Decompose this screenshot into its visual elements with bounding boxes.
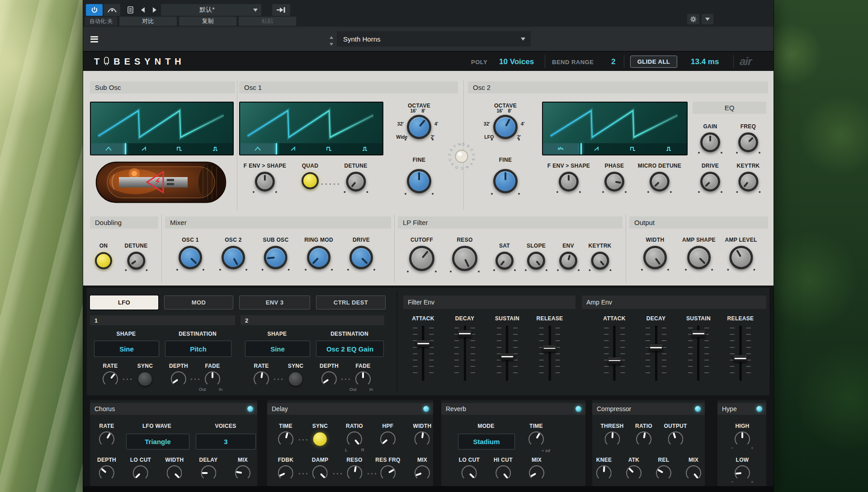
knob-chorus-mix[interactable]: MIX <box>235 457 250 481</box>
knob-lfo2-fade[interactable]: FADE <box>355 363 371 387</box>
knob-reverb-hi-cut[interactable]: HI CUT <box>494 457 513 481</box>
bend-range-value[interactable]: 2 <box>611 57 615 66</box>
power-button[interactable] <box>86 4 103 16</box>
preset-dropdown[interactable]: 默认* <box>161 4 261 16</box>
automation-curve-button[interactable] <box>104 4 120 16</box>
slider-amp-attack[interactable]: ATTACK <box>603 315 625 381</box>
knob-output-width[interactable]: WIDTH <box>643 237 667 269</box>
knob-hype-low[interactable]: LOW <box>735 457 750 481</box>
wave-morph-cursor[interactable] <box>276 143 277 155</box>
knob-osc2-octave[interactable]: OCTAVE16'8'32'4'LFO2' <box>493 103 518 139</box>
knob-osc2-phase[interactable]: PHASE <box>604 163 624 192</box>
settings-dropdown-button[interactable] <box>702 14 713 24</box>
knob-delay-width[interactable]: WIDTH <box>413 423 432 447</box>
osc1-waveform-display[interactable] <box>239 102 383 155</box>
copy-button[interactable]: 复制 <box>179 17 236 26</box>
knob-chorus-width[interactable]: WIDTH <box>165 457 184 481</box>
compressor-enable-led[interactable] <box>695 406 701 412</box>
knob-reverb-lo-cut[interactable]: LO CUT <box>459 457 480 481</box>
lfo2-shape-select[interactable]: Sine <box>245 341 310 357</box>
knob-filter-reso[interactable]: RESO <box>452 237 477 271</box>
knob-mixer-drive[interactable]: DRIVE <box>349 237 373 269</box>
quad-button-lamp[interactable] <box>302 172 319 189</box>
slider-filter-attack[interactable]: ATTACK <box>412 315 434 381</box>
slider-filter-sustain[interactable]: SUSTAIN <box>495 315 519 381</box>
knob-eq-freq[interactable]: FREQ <box>738 123 758 152</box>
knob-lfo2-rate[interactable]: RATE <box>254 363 269 387</box>
osc2-wave-selector[interactable] <box>543 143 687 155</box>
previous-preset-button[interactable] <box>137 4 148 16</box>
slider-amp-release[interactable]: RELEASE <box>727 315 754 381</box>
glide-time-value[interactable]: 13.4 ms <box>691 57 719 66</box>
delay-enable-led[interactable] <box>423 406 429 412</box>
wave-pulse-cell[interactable] <box>347 143 382 155</box>
knob-lfo1-depth[interactable]: DEPTH <box>169 363 188 387</box>
knob-osc1-detune[interactable]: DETUNE <box>344 163 367 192</box>
knob-comp-atk[interactable]: ATK <box>626 457 642 481</box>
tab-mod[interactable]: MOD <box>164 295 233 309</box>
knob-mixer-osc2[interactable]: OSC 2 <box>222 237 245 269</box>
sub-osc-wave-selector[interactable] <box>91 143 233 155</box>
knob-osc2-micro-detune[interactable]: MICRO DETUNE <box>638 163 681 192</box>
preset-spinner-down[interactable] <box>330 39 333 47</box>
tab-lfo[interactable]: LFO <box>90 295 158 309</box>
insert-after-button[interactable] <box>272 4 290 16</box>
knob-delay-hpf[interactable]: HPF <box>380 423 396 447</box>
knob-delay-damp[interactable]: DAMP <box>312 457 329 481</box>
wave-triangle-cell[interactable] <box>240 143 276 155</box>
wave-saw-cell[interactable] <box>127 143 162 155</box>
knob-delay-mix[interactable]: MIX <box>415 457 430 481</box>
lfo1-destination-select[interactable]: Pitch <box>165 341 231 357</box>
next-preset-button[interactable] <box>149 4 160 16</box>
knob-comp-knee[interactable]: KNEE <box>596 457 612 481</box>
knob-lfo1-rate[interactable]: RATE <box>103 363 118 387</box>
lfo2-destination-select[interactable]: Osc 2 EQ Gain <box>316 341 384 357</box>
knob-chorus-lo-cut[interactable]: LO CUT <box>130 457 151 481</box>
doubling-on-button[interactable]: ON <box>95 243 112 269</box>
knob-delay-res-frq[interactable]: RES FRQ <box>375 457 400 481</box>
quad-button[interactable]: QUAD <box>302 163 319 189</box>
chorus-enable-led[interactable] <box>247 406 253 412</box>
osc1-wave-selector[interactable] <box>240 143 382 155</box>
knob-lfo2-depth[interactable]: DEPTH <box>320 363 339 387</box>
knob-delay-ratio[interactable]: RATIO <box>346 423 363 447</box>
wave-saw-cell[interactable] <box>579 143 615 155</box>
knob-comp-output[interactable]: OUTPUT <box>664 423 687 447</box>
knob-delay-time[interactable]: TIME <box>278 423 293 447</box>
knob-filter-slope[interactable]: SLOPE <box>527 243 546 270</box>
osc2-sync-button[interactable]: O S C 2 S Y N C O S C 2 S Y N C <box>448 142 476 170</box>
osc2-waveform-display[interactable] <box>542 102 688 155</box>
lfo2-sync-lamp[interactable] <box>289 372 302 386</box>
knob-doubling-detune[interactable]: DETUNE <box>124 243 147 270</box>
sub-osc-waveform-display[interactable] <box>90 102 234 155</box>
hype-enable-led[interactable] <box>756 406 762 412</box>
wave-noise-cell[interactable] <box>543 143 579 155</box>
lfo1-shape-select[interactable]: Sine <box>94 341 159 357</box>
tab-ctrl-dest[interactable]: CTRL DEST <box>316 295 386 309</box>
knob-comp-mix[interactable]: MIX <box>686 457 701 481</box>
knob-filter-keytrk[interactable]: KEYTRK <box>588 243 611 270</box>
wave-square-cell[interactable] <box>311 143 347 155</box>
knob-reverb-mix[interactable]: MIX <box>529 457 544 481</box>
settings-button[interactable] <box>687 14 699 24</box>
slider-filter-release[interactable]: RELEASE <box>537 315 563 381</box>
glide-all-button[interactable]: GLIDE ALL <box>630 56 677 68</box>
automation-state-button[interactable]: 自动化:关 <box>85 17 117 26</box>
knob-lfo1-fade[interactable]: FADE <box>205 363 220 387</box>
knob-filter-env[interactable]: ENV <box>559 243 577 270</box>
wave-square-cell[interactable] <box>615 143 651 155</box>
knob-filter-sat[interactable]: SAT <box>495 243 514 270</box>
reverb-mode-select[interactable]: Stadium <box>458 434 515 450</box>
knob-chorus-depth[interactable]: DEPTH <box>97 457 116 481</box>
knob-osc1-fenv-shape[interactable]: F ENV > SHAPE <box>244 163 286 192</box>
wave-triangle-cell[interactable] <box>91 143 127 155</box>
lfo2-sync-button[interactable]: SYNC <box>288 363 304 386</box>
menu-button[interactable] <box>90 35 98 43</box>
knob-output-amp-level[interactable]: AMP LEVEL <box>725 237 757 269</box>
tab-env3[interactable]: ENV 3 <box>239 295 310 309</box>
doubling-on-lamp[interactable] <box>95 252 112 269</box>
knob-mixer-sub-osc[interactable]: SUB OSC <box>263 237 289 269</box>
reverb-enable-led[interactable] <box>576 406 581 412</box>
slider-filter-decay[interactable]: DECAY <box>454 315 475 381</box>
knob-comp-thresh[interactable]: THRESH <box>600 423 623 447</box>
